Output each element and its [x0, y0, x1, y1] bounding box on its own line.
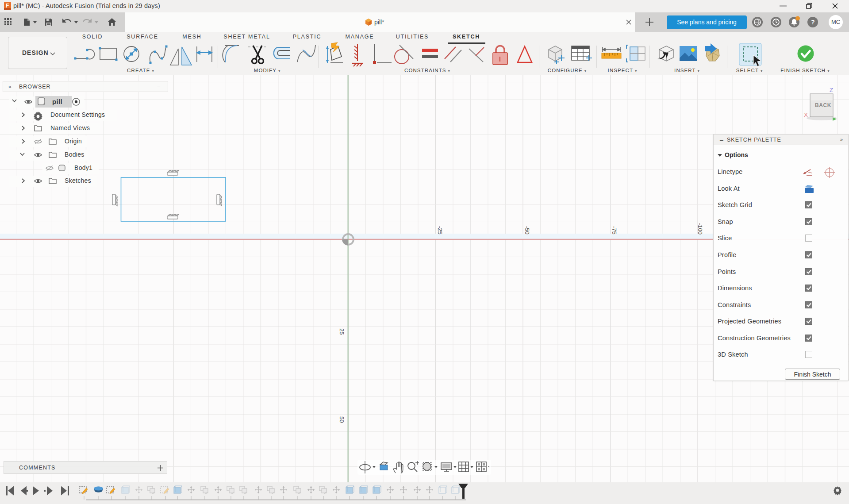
svg-text:-75: -75 [611, 226, 618, 235]
svg-text:-100: -100 [697, 223, 703, 235]
svg-text:25: 25 [338, 328, 345, 335]
svg-text:Z: Z [830, 87, 833, 93]
svg-text:-50: -50 [524, 226, 530, 235]
svg-text:50: 50 [338, 416, 345, 423]
svg-text:X: X [804, 112, 808, 118]
svg-text:-25: -25 [437, 226, 443, 235]
svg-text:BACK: BACK [815, 102, 831, 108]
